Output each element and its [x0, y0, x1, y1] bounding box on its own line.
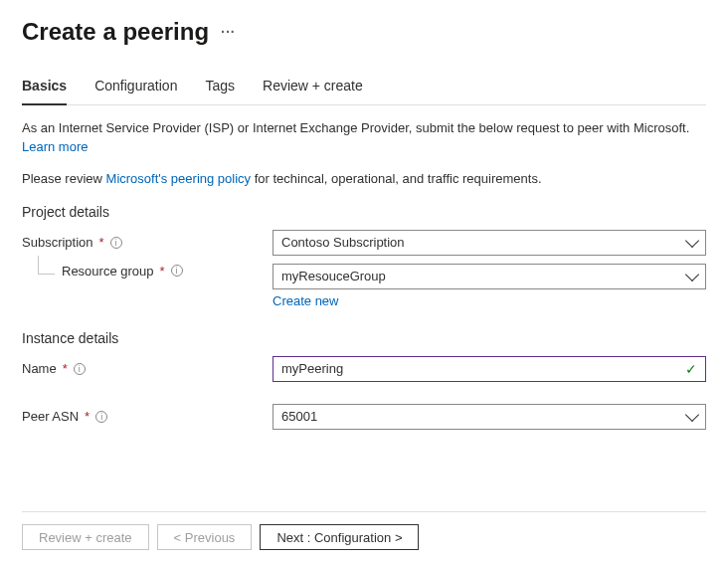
- tabs: Basics Configuration Tags Review + creat…: [22, 78, 706, 105]
- required-indicator: *: [85, 409, 90, 424]
- policy-text: Please review Microsoft's peering policy…: [22, 171, 706, 186]
- resource-group-select[interactable]: myResouceGroup: [273, 264, 706, 289]
- tab-basics[interactable]: Basics: [22, 78, 67, 105]
- peering-policy-link[interactable]: Microsoft's peering policy: [106, 171, 252, 186]
- resource-group-label: Resource group * i: [22, 264, 273, 279]
- checkmark-icon: ✓: [685, 361, 697, 377]
- info-icon[interactable]: i: [171, 265, 183, 277]
- next-button[interactable]: Next : Configuration >: [260, 524, 419, 550]
- name-label: Name * i: [22, 361, 273, 376]
- required-indicator: *: [63, 361, 68, 376]
- tab-tags[interactable]: Tags: [205, 78, 235, 105]
- instance-details-heading: Instance details: [22, 330, 706, 346]
- required-indicator: *: [160, 264, 165, 279]
- more-icon[interactable]: ···: [221, 24, 236, 40]
- tab-configuration[interactable]: Configuration: [94, 78, 177, 105]
- page-title: Create a peering ···: [22, 18, 706, 46]
- info-icon[interactable]: i: [95, 411, 107, 423]
- subscription-label: Subscription * i: [22, 235, 273, 250]
- tab-review-create[interactable]: Review + create: [263, 78, 363, 105]
- footer: Review + create < Previous Next : Config…: [22, 511, 706, 550]
- review-create-button[interactable]: Review + create: [22, 524, 149, 550]
- peer-asn-label: Peer ASN * i: [22, 409, 273, 424]
- page-title-text: Create a peering: [22, 18, 209, 46]
- intro-text: As an Internet Service Provider (ISP) or…: [22, 119, 706, 157]
- info-icon[interactable]: i: [110, 237, 122, 249]
- subscription-select[interactable]: Contoso Subscription: [273, 230, 706, 256]
- learn-more-link[interactable]: Learn more: [22, 139, 88, 154]
- create-new-link[interactable]: Create new: [273, 293, 338, 308]
- project-details-heading: Project details: [22, 204, 706, 220]
- name-input[interactable]: myPeering ✓: [273, 356, 706, 382]
- info-icon[interactable]: i: [74, 363, 86, 375]
- required-indicator: *: [99, 235, 104, 250]
- peer-asn-select[interactable]: 65001: [273, 404, 706, 430]
- previous-button[interactable]: < Previous: [157, 524, 253, 550]
